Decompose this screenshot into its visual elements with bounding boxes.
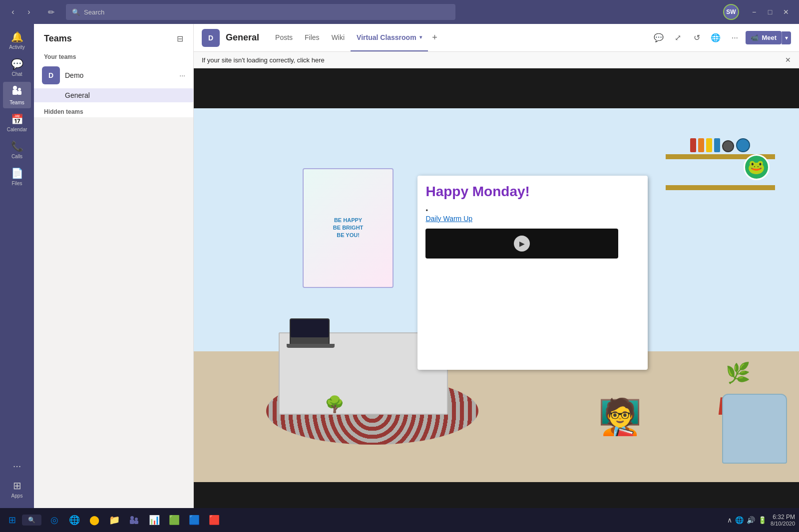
poster: BE HAPPY BE BRIGHT BE YOU! xyxy=(303,168,394,288)
clock-decoration xyxy=(722,140,734,152)
search-icon: 🔍 xyxy=(72,8,80,16)
plant-leaves: 🌿 xyxy=(726,361,751,385)
close-button[interactable]: ✕ xyxy=(779,5,793,19)
taskbar-battery-icon[interactable]: 🔋 xyxy=(758,516,767,524)
channel-item-general[interactable]: General xyxy=(34,88,193,102)
taskbar-app-edge[interactable]: 🌐 xyxy=(65,511,83,529)
calls-icon: 📞 xyxy=(11,140,23,152)
laptop xyxy=(290,318,330,346)
taskbar-app-blue[interactable]: 🟦 xyxy=(185,511,203,529)
sidebar-item-files[interactable]: 📄 Files xyxy=(3,164,31,189)
calendar-icon: 📅 xyxy=(11,113,23,125)
sidebar-item-calls[interactable]: 📞 Calls xyxy=(3,137,31,162)
taskbar-apps: ◎ 🌐 ⬤ 📁 📊 🟩 🟦 🟥 xyxy=(45,511,223,529)
sidebar-item-calendar[interactable]: 📅 Calendar xyxy=(3,110,31,135)
svg-point-3 xyxy=(18,88,21,91)
apps-label: Apps xyxy=(11,493,23,499)
conversation-button[interactable]: 💬 xyxy=(651,30,667,46)
search-bar[interactable]: 🔍 Search xyxy=(66,4,455,20)
maximize-button[interactable]: □ xyxy=(763,5,777,19)
meet-button[interactable]: 📹 Meet xyxy=(746,31,782,44)
user-avatar[interactable]: SW xyxy=(723,4,739,20)
svg-rect-4 xyxy=(130,520,134,524)
meet-dropdown-button[interactable]: ▾ xyxy=(782,31,791,44)
notification-bar: If your site isn't loading correctly, cl… xyxy=(194,52,799,68)
meet-label: Meet xyxy=(762,34,777,41)
edit-button[interactable]: ✏ xyxy=(44,5,58,19)
shelf-items-top xyxy=(666,138,775,152)
svg-rect-2 xyxy=(17,91,21,95)
taskbar-app-cortana[interactable]: ◎ xyxy=(45,511,63,529)
taskbar-app-explorer[interactable]: 📁 xyxy=(105,511,123,529)
sidebar-item-teams[interactable]: Teams xyxy=(3,82,31,108)
popout-button[interactable]: ⤢ xyxy=(670,30,686,46)
chair xyxy=(722,394,787,464)
team-avatar-demo: D xyxy=(42,66,60,84)
book-yellow xyxy=(706,138,712,152)
taskbar: ⊞ 🔍 ◎ 🌐 ⬤ 📁 📊 🟩 🟦 🟥 ∧ 🌐 🔊 🔋 6:32 PM 8/10… xyxy=(0,508,799,532)
filter-button[interactable]: ⊟ xyxy=(175,32,185,45)
minimize-button[interactable]: − xyxy=(747,5,761,19)
start-button[interactable]: ⊞ xyxy=(4,512,20,528)
taskbar-time: 6:32 PM xyxy=(771,514,795,521)
video-thumbnail[interactable]: ▶ xyxy=(425,229,618,259)
teams-icon xyxy=(11,85,22,98)
book-red xyxy=(690,138,696,152)
sidebar-item-chat[interactable]: 💬 Chat xyxy=(3,55,31,80)
chat-label: Chat xyxy=(11,71,22,77)
laptop-keyboard xyxy=(287,344,335,348)
laptop-screen xyxy=(291,319,329,337)
more-actions-button[interactable]: ··· xyxy=(727,30,743,46)
notification-close-button[interactable]: ✕ xyxy=(785,56,791,64)
forward-button[interactable]: › xyxy=(22,5,36,19)
taskbar-app-chrome[interactable]: ⬤ xyxy=(85,511,103,529)
taskbar-app-red[interactable]: 🟥 xyxy=(205,511,223,529)
black-bar-top xyxy=(194,68,799,108)
more-icon: ··· xyxy=(13,460,21,472)
tab-files[interactable]: Files xyxy=(299,24,326,51)
team-item-demo[interactable]: D Demo ··· xyxy=(34,62,193,88)
titlebar: ‹ › ✏ 🔍 Search SW − □ ✕ xyxy=(0,0,799,24)
sidebar-item-activity[interactable]: 🔔 Activity xyxy=(3,28,31,53)
poster-text: BE HAPPY BE BRIGHT BE YOU! xyxy=(333,217,364,240)
main-content: D General Posts Files Wiki Virtual Class… xyxy=(194,24,799,532)
svg-rect-6 xyxy=(134,521,138,524)
taskbar-speaker-icon[interactable]: 🔊 xyxy=(747,516,755,524)
daily-warmup-link[interactable]: Daily Warm Up xyxy=(425,215,640,223)
tab-virtual-classroom[interactable]: Virtual Classroom ▾ xyxy=(351,24,428,51)
back-button[interactable]: ‹ xyxy=(6,5,20,19)
taskbar-clock[interactable]: 6:32 PM 8/10/2020 xyxy=(771,514,795,527)
taskbar-network-icon[interactable]: 🌐 xyxy=(735,516,744,524)
tab-wiki[interactable]: Wiki xyxy=(326,24,351,51)
calendar-label: Calendar xyxy=(7,127,27,132)
sidebar-item-more[interactable]: ··· xyxy=(3,457,31,475)
sidebar-item-apps[interactable]: ⊞ Apps xyxy=(3,477,31,502)
tab-posts[interactable]: Posts xyxy=(269,24,299,51)
activity-icon: 🔔 xyxy=(11,31,23,43)
refresh-button[interactable]: ↺ xyxy=(689,30,705,46)
teams-label: Teams xyxy=(9,100,24,105)
globe-button[interactable]: 🌐 xyxy=(708,30,724,46)
slide-content: BE HAPPY BE BRIGHT BE YOU! 🌳 xyxy=(194,108,799,482)
channel-header: D General Posts Files Wiki Virtual Class… xyxy=(194,24,799,52)
channel-team-avatar: D xyxy=(202,29,220,47)
add-tab-button[interactable]: + xyxy=(428,31,442,45)
taskbar-app-teams[interactable] xyxy=(125,511,143,529)
search-placeholder: Search xyxy=(84,8,104,16)
team-more-button[interactable]: ··· xyxy=(179,71,185,79)
taskbar-up-arrow[interactable]: ∧ xyxy=(727,516,732,524)
activity-label: Activity xyxy=(9,44,25,50)
windows-logo-icon: ⊞ xyxy=(8,515,16,526)
taskbar-app-green[interactable]: 🟩 xyxy=(165,511,183,529)
header-actions: 💬 ⤢ ↺ 🌐 ··· 📹 Meet ▾ xyxy=(651,30,791,46)
left-rail: 🔔 Activity 💬 Chat Teams 📅 Calendar 📞 Cal… xyxy=(0,24,34,532)
taskbar-app-powerpoint[interactable]: 📊 xyxy=(145,511,163,529)
files-icon: 📄 xyxy=(11,167,23,179)
hidden-teams-label: Hidden teams xyxy=(34,102,193,117)
team-name-demo: Demo xyxy=(65,71,174,79)
taskbar-search[interactable]: 🔍 xyxy=(22,515,41,526)
main-layout: 🔔 Activity 💬 Chat Teams 📅 Calendar 📞 Cal… xyxy=(0,24,799,532)
chat-icon: 💬 xyxy=(11,58,23,70)
play-button-icon[interactable]: ▶ xyxy=(514,236,530,252)
teacher-avatar: 🧑‍🏫 xyxy=(598,396,642,437)
